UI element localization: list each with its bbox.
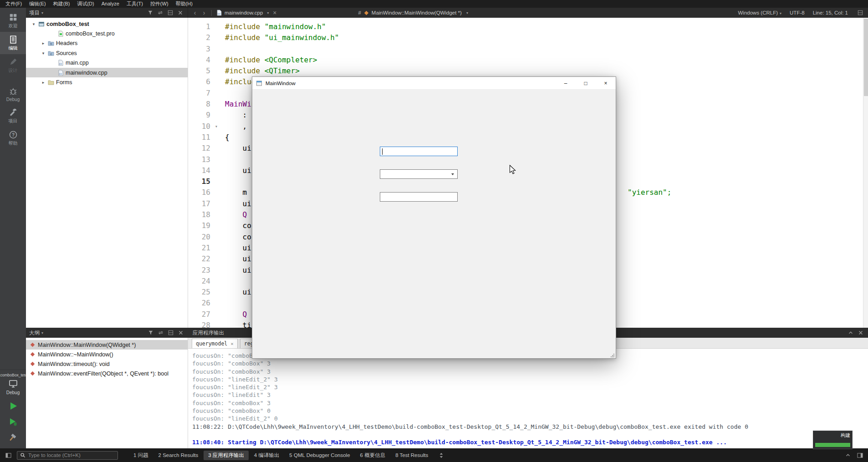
scrollbar-thumb[interactable] <box>864 19 868 96</box>
line-edit-2[interactable] <box>380 192 458 202</box>
output-pane-tab[interactable]: 1 问题 <box>129 451 153 460</box>
chevron-up-icon <box>848 330 853 335</box>
fold-column <box>213 99 220 110</box>
output-pane-tab[interactable]: 5 QML Debugger Console <box>285 451 354 459</box>
line-ending-selector[interactable]: Windows (CRLF)▾ <box>738 10 781 15</box>
editor-split-button[interactable] <box>856 9 864 17</box>
app-minimize-button[interactable]: – <box>556 77 576 89</box>
log-line: 11:08:40: Starting D:\QTCode\Lhh\9week_M… <box>192 438 868 446</box>
close-button[interactable] <box>176 9 184 17</box>
tree-item[interactable]: ▾comboBox_test <box>26 19 188 29</box>
output-pane-tab[interactable]: 2 Search Results <box>154 451 203 459</box>
output-pane-tab[interactable]: 8 Test Results <box>391 451 433 459</box>
text-caret <box>382 148 383 155</box>
forward-button[interactable]: › <box>201 8 207 18</box>
symbol-dropdown[interactable]: MainWindow::MainWindow(QWidget *) <box>372 10 462 15</box>
tree-item[interactable]: ▸hHeaders <box>26 39 188 48</box>
build-button[interactable] <box>7 432 19 444</box>
close-icon[interactable]: × <box>230 341 234 347</box>
line-number: 19 <box>188 220 213 231</box>
outline-pane-title[interactable]: 大纲 <box>29 330 40 336</box>
menu-item[interactable]: 调试(D) <box>73 0 97 8</box>
back-button[interactable]: ‹ <box>192 8 198 18</box>
project-tree[interactable]: ▾comboBox_testcomboBox_test.pro▸hHeaders… <box>26 18 188 328</box>
log-line: foucusOn: "lineEdit_2" 3 <box>192 376 868 383</box>
expander-icon[interactable]: ▸ <box>40 80 46 85</box>
app-close-button[interactable]: × <box>596 77 616 89</box>
filter-button[interactable] <box>146 9 154 17</box>
line-edit-1[interactable] <box>380 147 458 156</box>
toggle-right-sidebar-button[interactable] <box>856 451 864 459</box>
tree-item[interactable]: ▾cSources <box>26 48 188 58</box>
line-number: 24 <box>188 276 213 287</box>
mode-welcome[interactable]: 欢迎 <box>0 10 26 32</box>
chevron-up-button[interactable] <box>847 329 855 337</box>
mode-projects[interactable]: 项目 <box>0 105 26 127</box>
output-tab[interactable]: querymodel× <box>192 339 238 348</box>
welcome-icon <box>9 13 18 22</box>
combo-box[interactable] <box>380 169 458 179</box>
mode-edit[interactable]: 编辑 <box>0 32 26 54</box>
output-pane-arrows-button[interactable] <box>437 451 445 459</box>
locator-input[interactable] <box>28 452 115 458</box>
headers-folder-icon: h <box>48 40 54 46</box>
output-pane-tab[interactable]: 4 编译输出 <box>250 451 284 460</box>
output-pane-tab[interactable]: 3 应用程序输出 <box>204 451 249 460</box>
outline-item[interactable]: MainWindow::timeout(): void <box>26 359 188 369</box>
app-window-titlebar[interactable]: MainWindow – □ × <box>252 77 616 90</box>
expander-icon[interactable]: ▾ <box>40 51 46 56</box>
project-pane-title[interactable]: 项目 <box>29 10 40 16</box>
locator[interactable] <box>17 451 118 460</box>
line-number: 9 <box>188 110 213 121</box>
close-button[interactable] <box>857 329 865 337</box>
line-number: 1 <box>188 21 213 32</box>
run-button[interactable] <box>7 400 19 412</box>
filter-button[interactable] <box>147 329 155 337</box>
line-number: 16 <box>188 187 213 198</box>
tree-item[interactable]: c+main.cpp <box>26 58 188 68</box>
menu-bar: 文件(F)编辑(E)构建(B)调试(D)Analyze工具(T)控件(W)帮助(… <box>0 0 868 8</box>
mode-help[interactable]: ?帮助 <box>0 127 26 149</box>
menu-item[interactable]: 构建(B) <box>50 0 74 8</box>
outline-item[interactable]: MainWindow::MainWindow(QWidget *) <box>26 340 188 350</box>
close-button[interactable] <box>177 329 185 337</box>
close-file-button[interactable]: × <box>271 8 278 18</box>
outline-item[interactable]: MainWindow::~MainWindow() <box>26 350 188 359</box>
mouse-cursor <box>509 165 518 175</box>
output-pane-tab[interactable]: 6 概要信息 <box>356 451 390 460</box>
expander-icon[interactable]: ▾ <box>31 22 37 26</box>
mode-design[interactable]: 设计 <box>0 54 26 76</box>
tree-item[interactable]: ▸Forms <box>26 77 188 87</box>
menu-item[interactable]: Analyze <box>98 0 123 8</box>
app-maximize-button[interactable]: □ <box>576 77 596 89</box>
progress-details-button[interactable] <box>844 451 852 459</box>
menu-item[interactable]: 编辑(E) <box>26 0 50 8</box>
chevron-down-icon: ▾ <box>780 11 781 15</box>
build-progress-bar <box>815 443 850 447</box>
menu-item[interactable]: 帮助(H) <box>172 0 196 8</box>
sync-button[interactable] <box>156 9 164 17</box>
resize-grip-icon[interactable] <box>610 353 615 358</box>
menu-item[interactable]: 控件(W) <box>147 0 172 8</box>
open-file-tab[interactable]: c+ mainwindow.cpp ▾ <box>216 10 269 16</box>
kit-selector[interactable]: comboBox_test Debug <box>0 370 26 396</box>
expander-icon[interactable]: ▸ <box>40 41 46 46</box>
outline-item[interactable]: MainWindow::eventFilter(QObject *, QEven… <box>26 369 188 378</box>
encoding-selector[interactable]: UTF-8 <box>790 10 805 15</box>
split-button[interactable] <box>167 329 175 337</box>
sync-icon <box>158 10 163 15</box>
editor-scrollbar[interactable] <box>863 18 868 328</box>
cursor-position-label: Line: 15, Col: 1 <box>813 10 848 15</box>
debug-run-button[interactable] <box>7 416 19 428</box>
tree-item[interactable]: c+mainwindow.cpp <box>26 68 188 77</box>
menu-item[interactable]: 文件(F) <box>2 0 26 8</box>
tree-item[interactable]: comboBox_test.pro <box>26 29 188 38</box>
sync-button[interactable] <box>157 329 165 337</box>
sync-icon <box>158 330 163 335</box>
mode-debug[interactable]: Debug <box>0 84 26 105</box>
outline-list[interactable]: MainWindow::MainWindow(QWidget *)MainWin… <box>26 338 188 448</box>
menu-item[interactable]: 工具(T) <box>123 0 147 8</box>
toggle-left-sidebar-button[interactable] <box>4 451 12 459</box>
split-button[interactable] <box>166 9 174 17</box>
fold-marker-icon[interactable]: ▾ <box>213 121 220 132</box>
